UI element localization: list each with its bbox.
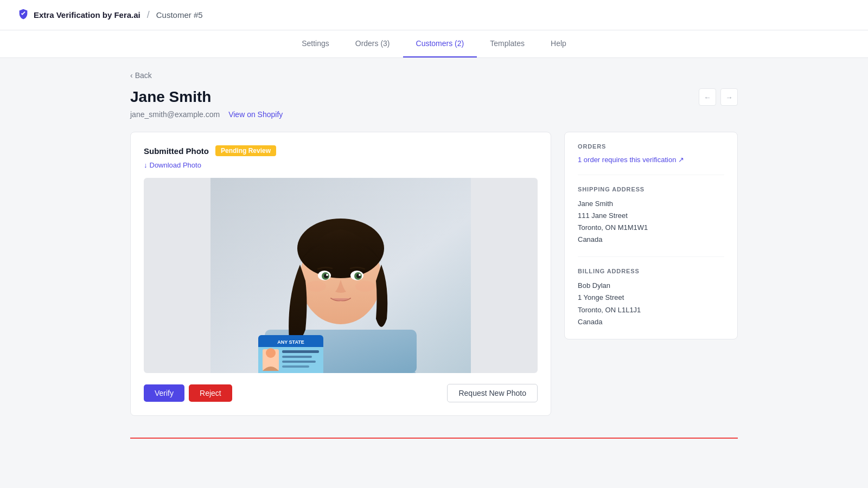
- orders-section: ORDERS 1 order requires this verificatio…: [578, 143, 724, 164]
- breadcrumb-customer: Customer #5: [156, 10, 203, 20]
- nav-orders[interactable]: Orders (3): [342, 30, 403, 57]
- svg-point-14: [307, 281, 326, 292]
- request-new-photo-button[interactable]: Request New Photo: [447, 384, 538, 402]
- info-card: ORDERS 1 order requires this verificatio…: [564, 132, 738, 339]
- orders-section-title: ORDERS: [578, 143, 724, 150]
- shield-icon: [17, 8, 29, 22]
- shipping-section: SHIPPING ADDRESS Jane Smith 111 Jane Str…: [578, 175, 724, 246]
- brand: Extra Verification by Fera.ai: [17, 8, 141, 22]
- svg-point-15: [355, 281, 375, 292]
- photo-header: Submitted Photo Pending Review: [144, 145, 538, 156]
- nav-templates[interactable]: Templates: [477, 30, 538, 57]
- reject-button[interactable]: Reject: [189, 384, 232, 402]
- pagination-arrows: ← →: [699, 88, 738, 106]
- content-grid: Submitted Photo Pending Review ↓ Downloa…: [130, 132, 738, 416]
- billing-street: 1 Yonge Street: [578, 292, 724, 304]
- nav-help[interactable]: Help: [538, 30, 579, 57]
- svg-point-22: [266, 348, 276, 358]
- next-customer-button[interactable]: →: [720, 88, 738, 106]
- main-nav: Settings Orders (3) Customers (2) Templa…: [0, 30, 868, 58]
- orders-link-text: 1 order requires this verification: [578, 156, 676, 164]
- shipping-name: Jane Smith: [578, 198, 724, 210]
- svg-rect-25: [282, 361, 316, 363]
- svg-point-12: [326, 274, 328, 276]
- view-shopify-link[interactable]: View on Shopify: [228, 110, 283, 119]
- download-label: Download Photo: [150, 161, 201, 169]
- billing-city: Toronto, ON L1L1J1: [578, 304, 724, 316]
- billing-section: BILLING ADDRESS Bob Dylan 1 Yonge Street…: [578, 256, 724, 328]
- brand-label: Extra Verification by Fera.ai: [34, 10, 141, 20]
- shipping-address: Jane Smith 111 Jane Street Toronto, ON M…: [578, 198, 724, 246]
- submitted-photo: ANY STATE JANE SAMPLE: [144, 178, 538, 373]
- nav-customers[interactable]: Customers (2): [403, 30, 477, 57]
- topbar: Extra Verification by Fera.ai / Customer…: [0, 0, 868, 30]
- back-link[interactable]: ‹ Back: [130, 71, 152, 80]
- photo-image: ANY STATE JANE SAMPLE: [144, 178, 538, 373]
- right-panel: ORDERS 1 order requires this verificatio…: [564, 132, 738, 339]
- nav-settings[interactable]: Settings: [289, 30, 342, 57]
- prev-customer-button[interactable]: ←: [699, 88, 716, 106]
- breadcrumb-divider: /: [147, 9, 150, 21]
- billing-title: BILLING ADDRESS: [578, 268, 724, 274]
- external-link-icon: ↗: [678, 156, 684, 164]
- page-footer: [130, 438, 738, 439]
- customer-meta: jane_smith@example.com View on Shopify: [130, 110, 738, 119]
- status-badge: Pending Review: [215, 145, 276, 156]
- svg-rect-24: [282, 356, 312, 358]
- shipping-street: 111 Jane Street: [578, 210, 724, 222]
- customer-name: Jane Smith: [130, 88, 211, 106]
- billing-address: Bob Dylan 1 Yonge Street Toronto, ON L1L…: [578, 280, 724, 328]
- back-chevron-icon: ‹: [130, 71, 133, 80]
- svg-rect-23: [282, 350, 319, 353]
- page-header: Jane Smith ← →: [130, 88, 738, 106]
- svg-rect-26: [282, 365, 309, 368]
- customer-email: jane_smith@example.com: [130, 110, 220, 119]
- action-buttons: Verify Reject: [144, 384, 232, 402]
- download-icon: ↓: [144, 161, 148, 169]
- photo-title: Submitted Photo: [144, 146, 209, 156]
- billing-country: Canada: [578, 316, 724, 328]
- photo-card: Submitted Photo Pending Review ↓ Downloa…: [130, 132, 551, 416]
- customer-name-section: Jane Smith: [130, 88, 211, 106]
- verify-button[interactable]: Verify: [144, 384, 184, 402]
- shipping-title: SHIPPING ADDRESS: [578, 186, 724, 192]
- download-photo-link[interactable]: ↓ Download Photo: [144, 161, 201, 169]
- orders-link[interactable]: 1 order requires this verification ↗: [578, 156, 684, 164]
- shipping-city: Toronto, ON M1M1W1: [578, 222, 724, 234]
- svg-text:ANY STATE: ANY STATE: [277, 339, 304, 345]
- back-label: Back: [135, 71, 152, 80]
- main-content: ‹ Back Jane Smith ← → jane_smith@example…: [108, 58, 760, 452]
- billing-name: Bob Dylan: [578, 280, 724, 292]
- svg-point-13: [359, 274, 361, 276]
- photo-actions: Verify Reject Request New Photo: [144, 384, 538, 402]
- shipping-country: Canada: [578, 234, 724, 246]
